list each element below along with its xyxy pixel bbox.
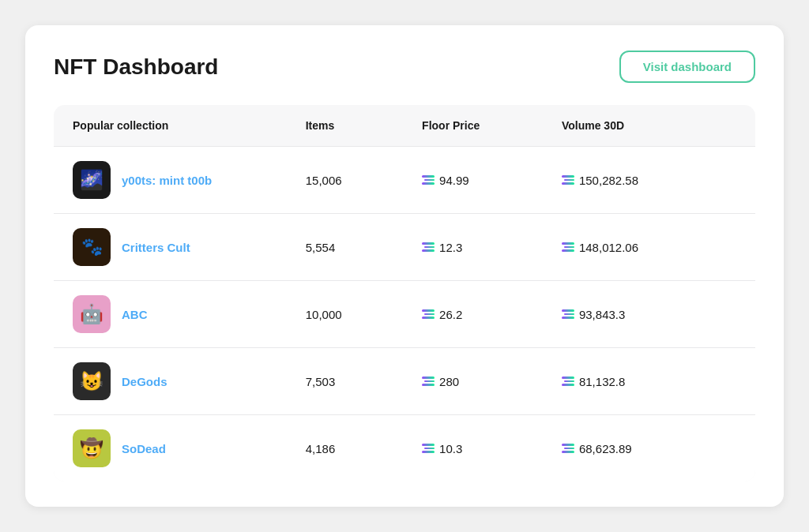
- sol-icon: [422, 377, 435, 386]
- sol-icon: [422, 242, 435, 252]
- collection-thumb-abc: [73, 295, 111, 333]
- nft-table: Popular collection Items Floor Price Vol…: [54, 105, 755, 481]
- table-row: y00ts: mint t00b 15,006 94.99 150,282.58: [54, 147, 755, 214]
- collection-name-abc[interactable]: ABC: [122, 308, 148, 321]
- items-value-sodead: 4,186: [306, 442, 422, 455]
- collection-name-y00ts[interactable]: y00ts: mint t00b: [122, 174, 212, 187]
- volume-value-sodead: 68,623.89: [562, 442, 736, 455]
- collection-cell: y00ts: mint t00b: [73, 161, 306, 199]
- col-volume: Volume 30D: [562, 119, 736, 132]
- items-value-critters: 5,554: [306, 241, 422, 254]
- sol-icon: [562, 377, 574, 386]
- sol-icon: [422, 175, 435, 185]
- table-row: ABC 10,000 26.2 93,843.3: [54, 281, 755, 348]
- volume-value-degods: 81,132.8: [562, 375, 736, 388]
- nft-dashboard-card: NFT Dashboard Visit dashboard Popular co…: [25, 25, 784, 507]
- collection-cell: ABC: [73, 295, 306, 333]
- sol-icon: [562, 444, 574, 453]
- sol-icon: [562, 175, 574, 185]
- floor-price-critters: 12.3: [422, 241, 562, 254]
- sol-icon: [562, 242, 574, 252]
- floor-price-degods: 280: [422, 375, 562, 388]
- items-value-abc: 10,000: [306, 308, 422, 321]
- table-row: DeGods 7,503 280 81,132.8: [54, 348, 755, 415]
- table-body: y00ts: mint t00b 15,006 94.99 150,282.58…: [54, 147, 755, 481]
- volume-value-critters: 148,012.06: [562, 241, 736, 254]
- volume-value-abc: 93,843.3: [562, 308, 736, 321]
- table-row: Critters Cult 5,554 12.3 148,012.06: [54, 214, 755, 281]
- sol-icon: [422, 444, 435, 453]
- collection-thumb-degods: [73, 362, 111, 400]
- collection-name-critters[interactable]: Critters Cult: [122, 241, 190, 254]
- col-collection: Popular collection: [73, 119, 306, 132]
- visit-dashboard-button[interactable]: Visit dashboard: [619, 51, 755, 83]
- items-value-degods: 7,503: [306, 375, 422, 388]
- floor-price-sodead: 10.3: [422, 442, 562, 455]
- dashboard-header: NFT Dashboard Visit dashboard: [54, 51, 755, 83]
- floor-price-abc: 26.2: [422, 308, 562, 321]
- collection-cell: DeGods: [73, 362, 306, 400]
- collection-cell: SoDead: [73, 429, 306, 467]
- collection-thumb-sodead: [73, 429, 111, 467]
- col-items: Items: [306, 119, 422, 132]
- sol-icon: [562, 309, 574, 319]
- table-header: Popular collection Items Floor Price Vol…: [54, 105, 755, 147]
- items-value-y00ts: 15,006: [306, 174, 422, 187]
- collection-thumb-critters: [73, 228, 111, 266]
- volume-value-y00ts: 150,282.58: [562, 174, 736, 187]
- collection-thumb-y00ts: [73, 161, 111, 199]
- col-floor: Floor Price: [422, 119, 562, 132]
- collection-name-sodead[interactable]: SoDead: [122, 442, 166, 455]
- collection-name-degods[interactable]: DeGods: [122, 375, 167, 388]
- floor-price-y00ts: 94.99: [422, 174, 562, 187]
- sol-icon: [422, 309, 435, 319]
- page-title: NFT Dashboard: [54, 54, 218, 80]
- table-row: SoDead 4,186 10.3 68,623.89: [54, 415, 755, 481]
- collection-cell: Critters Cult: [73, 228, 306, 266]
